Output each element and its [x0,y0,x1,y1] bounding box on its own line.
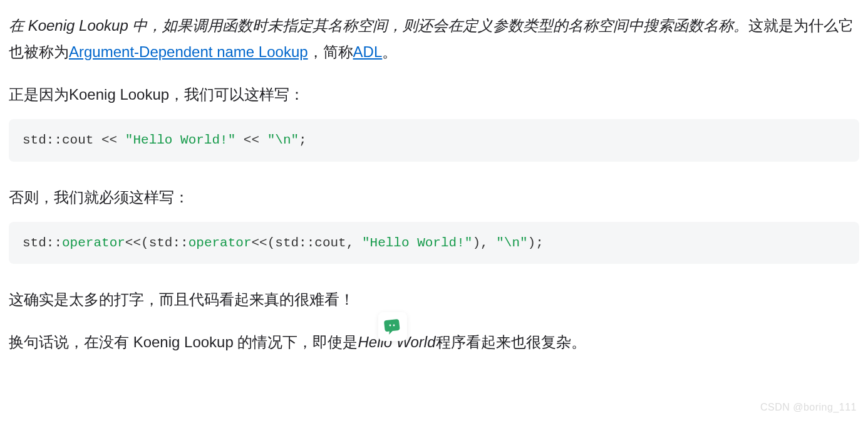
code-text: ; [299,133,307,147]
code-text: std::cout << [23,133,125,147]
code-string: "Hello World!" [362,236,472,250]
code-string: "\n" [267,133,299,147]
code-string: "\n" [496,236,527,250]
code-text: << [235,133,267,147]
paragraph-comment: 这确实是太多的打字，而且代码看起来真的很难看！ [9,286,859,313]
paragraph-lead-2: 否则，我们就必须这样写： [9,184,859,211]
chat-widget[interactable] [378,312,407,341]
text: 。 [382,43,397,60]
italic-text: 在 Koenig Lookup 中，如果调用函数时未指定其名称空间，则还会在定义… [9,17,748,34]
paragraph-conclusion: 换句话说，在没有 Koenig Lookup 的情况下，即使是Hello Wor… [9,329,859,355]
code-keyword: operator [189,236,252,250]
paragraph-lead-1: 正是因为Koenig Lookup，我们可以这样写： [9,81,859,108]
code-text: <<(std:: [125,236,189,250]
text: 程序看起来也很复杂。 [436,333,586,350]
link-adl-full[interactable]: Argument-Dependent name Lookup [69,43,308,60]
code-block-1: std::cout << "Hello World!" << "\n"; [9,119,859,162]
svg-point-0 [390,325,391,327]
watermark: CSDN @boring_111 [760,399,857,416]
chat-icon [383,317,402,336]
code-string: "Hello World!" [125,133,235,147]
code-text: ); [528,236,544,250]
text: ，简称 [308,43,353,60]
paragraph-intro: 在 Koenig Lookup 中，如果调用函数时未指定其名称空间，则还会在定义… [9,13,859,65]
code-text: std:: [23,236,62,250]
code-keyword: operator [62,236,125,250]
code-text: <<(std::cout, [252,236,362,250]
svg-point-1 [393,325,395,327]
code-block-2: std::operator<<(std::operator<<(std::cou… [9,222,859,265]
code-text: ), [472,236,496,250]
link-adl-short[interactable]: ADL [353,43,383,60]
text: 换句话说，在没有 Koenig Lookup 的情况下，即使是 [9,333,358,350]
